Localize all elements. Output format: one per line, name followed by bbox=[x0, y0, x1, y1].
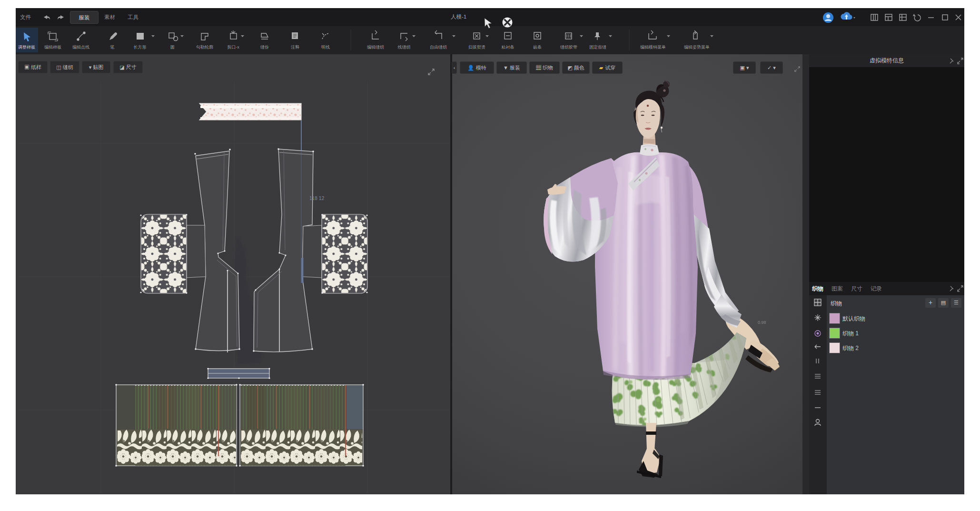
svg-text:0.98: 0.98 bbox=[758, 320, 766, 325]
